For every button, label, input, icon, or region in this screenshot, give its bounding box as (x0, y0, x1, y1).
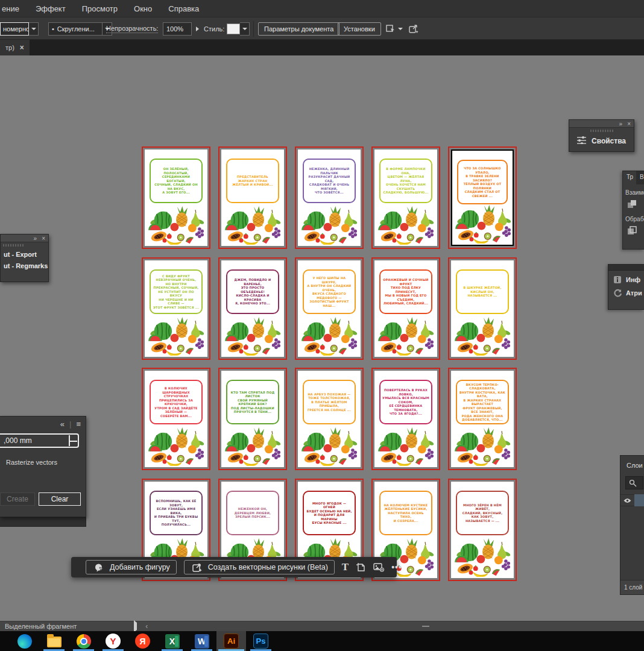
artboard-card-r2c2[interactable]: ДЖЕМ, ПОВИДЛО И ВАРЕНЬЕ, ЭТО ПРОСТО ОБЪЕ… (218, 257, 287, 360)
artboard-add-icon[interactable] (356, 562, 366, 573)
panel-collapse-icon[interactable]: « (60, 420, 65, 429)
panel-close-icon[interactable]: × (42, 235, 45, 242)
add-shape-button[interactable]: Добавить фигуру (86, 560, 177, 574)
brush-select[interactable]: • Скруглени... (48, 22, 103, 36)
taskbar-yandex[interactable]: Я (128, 631, 157, 651)
opacity-value-field[interactable]: 100% (163, 22, 192, 36)
vector-beta-button[interactable]: Создать векторные рисунки (Beta) (184, 560, 335, 574)
tab-close-icon[interactable]: × (20, 43, 24, 52)
card-page[interactable]: ЧТО ЗА СОЛНЫШКО УПАЛО, В ТРАВКЕ ЗЕЛЕНИ З… (451, 149, 514, 246)
artboard-card-r1c1[interactable]: ОН ЗЕЛЁНЫЙ, ПОЛОСАТЫЙ, СЕРЕДИНКАМИ БОГАТ… (142, 146, 210, 249)
artboard-card-r3c4[interactable]: ПОВЕРТЕЛАСЬ В РУКАХ ЛОВКО, УМЫЛАСЬ ВСЯ К… (371, 368, 440, 470)
shape-mode-icon[interactable] (627, 200, 644, 211)
taskbar-edge[interactable] (10, 631, 39, 651)
layer-visibility-eye-icon[interactable] (620, 494, 634, 506)
artboard-card-r4c5[interactable]: МНОГО ЗЁРЕН В НЁМ ЖИВЁТ, СЛАДКИЙ, ВКУСНЫ… (448, 479, 517, 581)
menu-item-selection[interactable]: ение (2, 4, 19, 13)
size-input[interactable]: ,000 mm (0, 433, 79, 448)
blend-mode-dropdown[interactable] (29, 22, 39, 36)
attributes-panel-item[interactable]: Атри (608, 284, 644, 297)
layer-row-selected[interactable] (634, 494, 644, 506)
panel-menu-icon[interactable]: ≡ (76, 420, 81, 429)
artboard-card-r2c5[interactable]: В ШКУРКЕ ЖЁЛТОЙ, КИСЛЫЙ ОН, НАЗЫВАЕТСЯ .… (448, 257, 517, 360)
toolbar-divider (253, 21, 254, 37)
taskbar-word[interactable]: W (187, 631, 216, 651)
artboard-card-r1c2[interactable]: ПРЕДСТАВИТЕЛЬ ЖАРКИХ СТРАН ЖЁЛТЫЙ И КРИВ… (218, 146, 287, 249)
artboard-card-r2c1[interactable]: С ВИДУ ФРУКТ НЕВЗРАЧНЫЙ ОЧЕНЬ, НО ВНУТРИ… (142, 257, 210, 360)
taskbar-excel[interactable]: X (157, 631, 187, 651)
card-page[interactable]: НЕЖЕНКА, ДЛИННЫЙ ПАЛЬЧИК РАЗУКРАСИТ ДАЧН… (298, 149, 361, 246)
artboard-card-r3c3[interactable]: НА АРБУЗ ПОХОЖАЯ — ТОЖЕ ТОЛСТОКОЖАЯ, В П… (295, 368, 364, 470)
card-page[interactable]: ПОВЕРТЕЛАСЬ В РУКАХ ЛОВКО, УМЫЛАСЬ ВСЯ К… (374, 371, 437, 467)
create-button[interactable]: Create (0, 492, 35, 506)
properties-panel-title[interactable]: Свойства (592, 137, 626, 145)
card-page[interactable]: С ВИДУ ФРУКТ НЕВЗРАЧНЫЙ ОЧЕНЬ, НО ВНУТРИ… (145, 260, 207, 357)
panel-collapse-icon[interactable]: » (619, 121, 623, 127)
clear-button[interactable]: Clear (39, 492, 81, 506)
preferences-button[interactable]: Установки (338, 22, 381, 36)
menu-item-view[interactable]: Просмотр (82, 4, 118, 13)
text-tool-icon[interactable]: T (342, 561, 349, 573)
chrome-icon (77, 634, 91, 649)
card-page[interactable]: МНОГО ЗЁРЕН В НЁМ ЖИВЁТ, СЛАДКИЙ, ВКУСНЫ… (451, 482, 514, 578)
artboard-tool-icon[interactable] (386, 22, 403, 36)
card-page[interactable]: ОН ЗЕЛЁНЫЙ, ПОЛОСАТЫЙ, СЕРЕДИНКАМИ БОГАТ… (145, 149, 207, 246)
place-image-icon[interactable] (373, 562, 384, 572)
card-page[interactable]: В ФОРМЕ ЛАМПОЧКИ ОНА, ЦВЕТОМ — ЖЁЛТАЯ ЛУ… (374, 149, 437, 246)
card-page[interactable]: ВКУСОМ ТЕРПКО-СЛАДКОВАТА, ВНУТРИ КОСТОЧК… (451, 371, 514, 467)
taskbar-photoshop[interactable]: Ps (246, 631, 276, 651)
taskbar-yandex-browser[interactable]: Y (98, 631, 128, 651)
card-page[interactable]: НА АРБУЗ ПОХОЖАЯ — ТОЖЕ ТОЛСТОКОЖАЯ, В П… (298, 371, 361, 467)
size-stepper[interactable] (69, 435, 77, 446)
export-item-cut-export[interactable]: ut - Export (1, 247, 48, 258)
artboard-card-r3c5[interactable]: ВКУСОМ ТЕРПКО-СЛАДКОВАТА, ВНУТРИ КОСТОЧК… (448, 368, 517, 470)
artboard-card-r1c5[interactable]: ЧТО ЗА СОЛНЫШКО УПАЛО, В ТРАВКЕ ЗЕЛЕНИ З… (448, 146, 517, 249)
layers-search-input[interactable] (625, 476, 643, 489)
artboard-card-r3c1[interactable]: В КОЛЮЧИХ ШАРОВИДНЫХ СТРУЧОЧКАХ ПРИЦЕПИЛ… (142, 368, 210, 470)
app-icon (46, 634, 62, 649)
more-options-icon[interactable]: ••• (391, 562, 402, 572)
taskbar-explorer[interactable] (39, 631, 69, 651)
opacity-stepper[interactable] (192, 27, 203, 31)
pathfinder-icon[interactable] (627, 226, 644, 237)
artboard-card-r2c3[interactable]: У НЕГО ШИПЫ НА ШКУРЕ, А ВНУТРИ ОН СЛАДКИ… (295, 257, 364, 360)
blend-mode-field[interactable]: номерно (0, 22, 29, 36)
panel-collapse-icon[interactable]: » (34, 235, 37, 242)
export-item-cut-regmarks[interactable]: ut - Regmarks (1, 258, 48, 269)
card-page[interactable]: В КОЛЮЧИХ ШАРОВИДНЫХ СТРУЧОЧКАХ ПРИЦЕПИЛ… (145, 371, 207, 467)
artboard-card-r1c3[interactable]: НЕЖЕНКА, ДЛИННЫЙ ПАЛЬЧИК РАЗУКРАСИТ ДАЧН… (295, 146, 364, 249)
opacity-label[interactable]: Непрозрачность: (106, 25, 158, 33)
document-setup-button[interactable]: Параметры документа (258, 22, 339, 36)
rasterize-vectors-option[interactable]: Rasterize vectors (0, 448, 86, 466)
tab-transform[interactable]: Тр (623, 171, 636, 184)
menu-item-window[interactable]: Окно (134, 4, 152, 13)
status-back-icon[interactable]: ‹ (145, 622, 148, 631)
taskbar-chrome[interactable] (69, 631, 98, 651)
style-dropdown[interactable] (240, 22, 250, 36)
info-panel-item[interactable]: Инф (608, 271, 644, 284)
canvas-area[interactable]: ОН ЗЕЛЁНЫЙ, ПОЛОСАТЫЙ, СЕРЕДИНКАМИ БОГАТ… (0, 55, 644, 621)
layer-row[interactable] (620, 494, 644, 506)
artboard-card-r1c4[interactable]: В ФОРМЕ ЛАМПОЧКИ ОНА, ЦВЕТОМ — ЖЁЛТАЯ ЛУ… (371, 146, 440, 249)
edge-icon (17, 634, 32, 649)
artboard-card-r2c4[interactable]: ОРАНЖЕВЫЙ И СОЧНЫЙ ФРУКТ ТИХО ПОД ЁЛКУ П… (371, 257, 440, 360)
document-tab[interactable]: тр) × (0, 40, 30, 55)
style-swatch[interactable] (227, 24, 240, 34)
riddle-text: ДЖЕМ, ПОВИДЛО И ВАРЕНЬЕ, ЭТО ПРОСТО ОБЪЕ… (229, 278, 276, 306)
panel-close-icon[interactable]: × (627, 121, 631, 127)
menu-item-help[interactable]: Справка (168, 4, 199, 13)
card-page[interactable]: В ШКУРКЕ ЖЁЛТОЙ, КИСЛЫЙ ОН, НАЗЫВАЕТСЯ .… (451, 260, 514, 357)
layers-panel-title[interactable]: Слои (620, 456, 644, 469)
taskbar-illustrator[interactable]: Ai (216, 631, 246, 651)
card-page[interactable]: У НЕГО ШИПЫ НА ШКУРЕ, А ВНУТРИ ОН СЛАДКИ… (298, 260, 361, 357)
tab-align[interactable]: В (636, 171, 644, 184)
card-page[interactable]: ДЖЕМ, ПОВИДЛО И ВАРЕНЬЕ, ЭТО ПРОСТО ОБЪЕ… (221, 260, 284, 357)
riddle-frame: НЕЖЕНКОЙ ОН, ДЕРЕВЦЕМ ЛЮБВИ, ЗРЕЛЫЙ ПЕРС… (226, 491, 279, 535)
card-page[interactable]: КТО ТАМ СПРЯТАЛ ПОД ЛИСТОК СВОЙ РУМЯНЫЙ … (221, 371, 284, 467)
card-page[interactable]: ПРЕДСТАВИТЕЛЬ ЖАРКИХ СТРАН ЖЁЛТЫЙ И КРИВ… (221, 149, 284, 246)
generate-vector-icon[interactable] (409, 22, 419, 36)
artboard-card-r3c2[interactable]: КТО ТАМ СПРЯТАЛ ПОД ЛИСТОК СВОЙ РУМЯНЫЙ … (218, 368, 287, 470)
status-forward-icon[interactable] (134, 623, 137, 630)
menu-item-effect[interactable]: Эффект (36, 4, 66, 13)
card-page[interactable]: ОРАНЖЕВЫЙ И СОЧНЫЙ ФРУКТ ТИХО ПОД ЁЛКУ П… (374, 260, 437, 357)
